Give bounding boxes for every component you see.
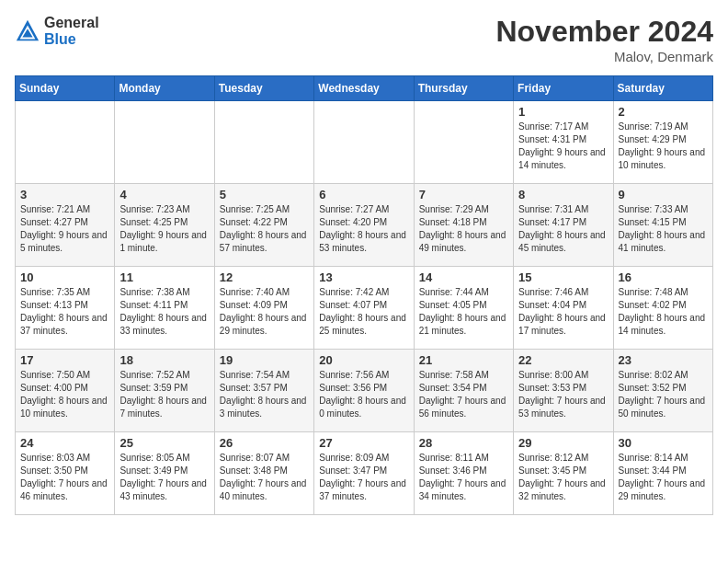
- calendar-body: 1Sunrise: 7:17 AM Sunset: 4:31 PM Daylig…: [16, 101, 713, 515]
- calendar-cell: 24Sunrise: 8:03 AM Sunset: 3:50 PM Dayli…: [16, 432, 115, 515]
- col-monday: Monday: [115, 76, 214, 101]
- day-number: 15: [518, 270, 608, 284]
- calendar-cell: 12Sunrise: 7:40 AM Sunset: 4:09 PM Dayli…: [214, 267, 313, 350]
- calendar-cell: 25Sunrise: 8:05 AM Sunset: 3:49 PM Dayli…: [115, 432, 214, 515]
- day-number: 23: [619, 353, 708, 367]
- calendar-table: Sunday Monday Tuesday Wednesday Thursday…: [15, 75, 713, 515]
- calendar-cell: 11Sunrise: 7:38 AM Sunset: 4:11 PM Dayli…: [115, 267, 214, 350]
- day-number: 1: [518, 105, 608, 119]
- logo: General Blue: [15, 15, 99, 47]
- day-info: Sunrise: 7:46 AM Sunset: 4:04 PM Dayligh…: [518, 286, 608, 338]
- calendar-cell: 2Sunrise: 7:19 AM Sunset: 4:29 PM Daylig…: [613, 101, 712, 184]
- day-info: Sunrise: 8:03 AM Sunset: 3:50 PM Dayligh…: [20, 452, 109, 503]
- day-number: 16: [619, 270, 708, 284]
- day-info: Sunrise: 7:50 AM Sunset: 4:00 PM Dayligh…: [20, 369, 109, 420]
- day-number: 7: [419, 188, 508, 201]
- calendar-row-4: 17Sunrise: 7:50 AM Sunset: 4:00 PM Dayli…: [16, 350, 713, 432]
- calendar-cell: 7Sunrise: 7:29 AM Sunset: 4:18 PM Daylig…: [414, 184, 513, 267]
- day-number: 9: [619, 188, 708, 201]
- day-info: Sunrise: 8:02 AM Sunset: 3:52 PM Dayligh…: [619, 369, 708, 420]
- calendar-cell: 8Sunrise: 7:31 AM Sunset: 4:17 PM Daylig…: [514, 184, 613, 267]
- day-number: 6: [319, 188, 408, 201]
- col-friday: Friday: [514, 76, 613, 101]
- day-info: Sunrise: 8:07 AM Sunset: 3:48 PM Dayligh…: [220, 452, 309, 503]
- location: Malov, Denmark: [495, 49, 713, 64]
- day-number: 20: [319, 353, 408, 367]
- day-number: 17: [20, 353, 109, 367]
- header-row: Sunday Monday Tuesday Wednesday Thursday…: [16, 76, 713, 101]
- calendar-cell: 19Sunrise: 7:54 AM Sunset: 3:57 PM Dayli…: [214, 350, 313, 432]
- day-number: 21: [419, 353, 508, 367]
- day-info: Sunrise: 7:19 AM Sunset: 4:29 PM Dayligh…: [619, 121, 708, 172]
- day-info: Sunrise: 7:29 AM Sunset: 4:18 PM Dayligh…: [419, 203, 508, 255]
- calendar-cell: 21Sunrise: 7:58 AM Sunset: 3:54 PM Dayli…: [414, 350, 513, 432]
- day-number: 2: [619, 105, 708, 119]
- calendar-cell: 6Sunrise: 7:27 AM Sunset: 4:20 PM Daylig…: [314, 184, 414, 267]
- calendar-cell: [214, 101, 313, 184]
- day-info: Sunrise: 7:35 AM Sunset: 4:13 PM Dayligh…: [20, 286, 109, 338]
- title-area: November 2024 Malov, Denmark: [495, 15, 713, 64]
- day-info: Sunrise: 7:21 AM Sunset: 4:27 PM Dayligh…: [20, 203, 109, 255]
- logo-icon: [15, 18, 40, 44]
- day-info: Sunrise: 7:38 AM Sunset: 4:11 PM Dayligh…: [119, 286, 209, 338]
- day-info: Sunrise: 8:14 AM Sunset: 3:44 PM Dayligh…: [619, 452, 708, 503]
- calendar-row-2: 3Sunrise: 7:21 AM Sunset: 4:27 PM Daylig…: [16, 184, 713, 267]
- day-number: 18: [119, 353, 209, 367]
- day-info: Sunrise: 7:44 AM Sunset: 4:05 PM Dayligh…: [419, 286, 508, 338]
- day-number: 22: [518, 353, 608, 367]
- calendar-cell: 5Sunrise: 7:25 AM Sunset: 4:22 PM Daylig…: [214, 184, 313, 267]
- day-number: 5: [220, 188, 309, 201]
- calendar-cell: 1Sunrise: 7:17 AM Sunset: 4:31 PM Daylig…: [514, 101, 613, 184]
- calendar-cell: 30Sunrise: 8:14 AM Sunset: 3:44 PM Dayli…: [613, 432, 712, 515]
- calendar-cell: 4Sunrise: 7:23 AM Sunset: 4:25 PM Daylig…: [115, 184, 214, 267]
- day-number: 26: [220, 436, 309, 450]
- day-info: Sunrise: 8:12 AM Sunset: 3:45 PM Dayligh…: [518, 452, 608, 503]
- day-number: 25: [119, 436, 209, 450]
- day-number: 12: [220, 270, 309, 284]
- calendar-cell: 27Sunrise: 8:09 AM Sunset: 3:47 PM Dayli…: [314, 432, 414, 515]
- day-info: Sunrise: 8:09 AM Sunset: 3:47 PM Dayligh…: [319, 452, 408, 503]
- day-number: 3: [20, 188, 109, 201]
- day-info: Sunrise: 7:33 AM Sunset: 4:15 PM Dayligh…: [619, 203, 708, 255]
- calendar-cell: 18Sunrise: 7:52 AM Sunset: 3:59 PM Dayli…: [115, 350, 214, 432]
- day-number: 8: [518, 188, 608, 201]
- col-wednesday: Wednesday: [314, 76, 414, 101]
- day-number: 4: [119, 188, 209, 201]
- day-info: Sunrise: 7:56 AM Sunset: 3:56 PM Dayligh…: [319, 369, 408, 420]
- calendar-cell: [16, 101, 115, 184]
- calendar-cell: 26Sunrise: 8:07 AM Sunset: 3:48 PM Dayli…: [214, 432, 313, 515]
- calendar-cell: 16Sunrise: 7:48 AM Sunset: 4:02 PM Dayli…: [613, 267, 712, 350]
- calendar-cell: [414, 101, 513, 184]
- calendar-cell: 15Sunrise: 7:46 AM Sunset: 4:04 PM Dayli…: [514, 267, 613, 350]
- calendar-row-5: 24Sunrise: 8:03 AM Sunset: 3:50 PM Dayli…: [16, 432, 713, 515]
- day-info: Sunrise: 7:40 AM Sunset: 4:09 PM Dayligh…: [220, 286, 309, 338]
- day-info: Sunrise: 7:52 AM Sunset: 3:59 PM Dayligh…: [119, 369, 209, 420]
- calendar-cell: 10Sunrise: 7:35 AM Sunset: 4:13 PM Dayli…: [16, 267, 115, 350]
- day-info: Sunrise: 8:11 AM Sunset: 3:46 PM Dayligh…: [419, 452, 508, 503]
- day-info: Sunrise: 7:25 AM Sunset: 4:22 PM Dayligh…: [220, 203, 309, 255]
- day-info: Sunrise: 7:42 AM Sunset: 4:07 PM Dayligh…: [319, 286, 408, 338]
- calendar-cell: 20Sunrise: 7:56 AM Sunset: 3:56 PM Dayli…: [314, 350, 414, 432]
- calendar-cell: 22Sunrise: 8:00 AM Sunset: 3:53 PM Dayli…: [514, 350, 613, 432]
- col-saturday: Saturday: [613, 76, 712, 101]
- day-number: 27: [319, 436, 408, 450]
- col-thursday: Thursday: [414, 76, 513, 101]
- calendar-row-1: 1Sunrise: 7:17 AM Sunset: 4:31 PM Daylig…: [16, 101, 713, 184]
- day-info: Sunrise: 7:27 AM Sunset: 4:20 PM Dayligh…: [319, 203, 408, 255]
- calendar-cell: 23Sunrise: 8:02 AM Sunset: 3:52 PM Dayli…: [613, 350, 712, 432]
- day-number: 14: [419, 270, 508, 284]
- calendar-cell: 13Sunrise: 7:42 AM Sunset: 4:07 PM Dayli…: [314, 267, 414, 350]
- day-number: 19: [220, 353, 309, 367]
- day-info: Sunrise: 8:05 AM Sunset: 3:49 PM Dayligh…: [119, 452, 209, 503]
- day-number: 13: [319, 270, 408, 284]
- calendar-header: Sunday Monday Tuesday Wednesday Thursday…: [16, 76, 713, 101]
- calendar-cell: 3Sunrise: 7:21 AM Sunset: 4:27 PM Daylig…: [16, 184, 115, 267]
- logo-general-text: General: [44, 15, 99, 31]
- day-number: 11: [119, 270, 209, 284]
- logo-blue-text: Blue: [44, 31, 99, 48]
- month-title: November 2024: [495, 15, 713, 49]
- calendar-cell: 9Sunrise: 7:33 AM Sunset: 4:15 PM Daylig…: [613, 184, 712, 267]
- day-info: Sunrise: 7:17 AM Sunset: 4:31 PM Dayligh…: [518, 121, 608, 172]
- col-sunday: Sunday: [16, 76, 115, 101]
- calendar-cell: 29Sunrise: 8:12 AM Sunset: 3:45 PM Dayli…: [514, 432, 613, 515]
